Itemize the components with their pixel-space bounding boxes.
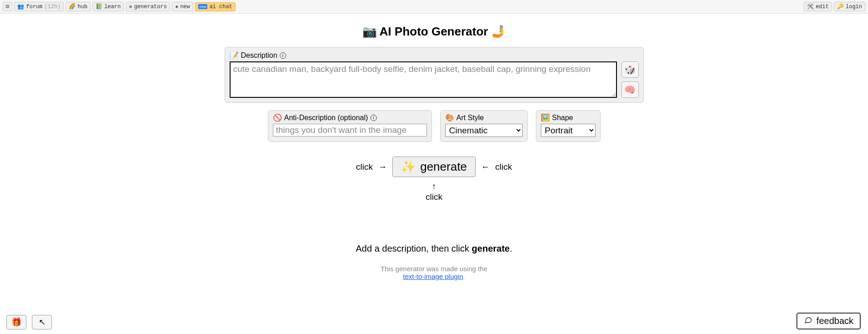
palette-icon: 🎨 [445,113,454,122]
memo-icon: 📝 [230,51,239,60]
arrow-right-icon: → [378,162,387,172]
click-hint-below: ↑ click [220,182,648,202]
generators-icon: ✲ [129,3,132,10]
selfie-icon: 🤳 [491,25,506,38]
options-row: 🚫 Anti-Description (optional) i 🎨 Art St… [220,110,648,142]
plus-icon: ✚ [175,3,178,10]
click-hint-right: click [495,162,512,172]
art-style-label: Art Style [457,114,484,122]
description-panel: 📝 Description i 🎲 🧠 [225,47,644,103]
nav-ai-chat-label: ai chat [209,4,232,10]
footnote-post: . [463,273,465,280]
rainbow-icon: 🌈 [69,3,76,10]
shape-panel: 🖼️ Shape Portrait [536,110,601,142]
no-entry-icon: 🚫 [273,113,282,122]
instruction-post: . [510,243,513,253]
book-icon: 📗 [96,3,103,10]
arrow-left-icon: ← [481,162,490,172]
anti-description-label: Anti-Description (optional) [284,114,368,122]
nav-perchance-logo[interactable]: ⊡ [3,2,12,11]
nav-login-label: login [846,4,862,10]
nav-edit-label: edit [816,4,829,10]
nav-new[interactable]: ✚ new [172,2,193,11]
description-input[interactable] [230,61,617,98]
nav-edit[interactable]: 🛠️ edit [804,2,832,11]
click-hint-left: click [356,162,373,172]
nav-login[interactable]: 🔑 login [834,2,865,11]
arrow-up-icon: ↑ [220,182,648,192]
people-icon: 👥 [17,3,24,10]
ai-suggest-button[interactable]: 🧠 [621,81,639,98]
dice-icon: 🎲 [624,64,636,75]
nav-hub-label: hub [77,4,87,10]
text-to-image-plugin-link[interactable]: text-to-image plugin [403,273,463,280]
instruction-bold: generate [472,243,509,253]
top-nav: ⊡ 👥 forum (12h) 🌈 hub 📗 learn ✲ generato… [0,0,868,14]
brain-icon: 🧠 [624,84,636,95]
camera-icon: 📷 [362,25,377,38]
generate-button-label: generate [420,160,467,174]
anti-description-panel: 🚫 Anti-Description (optional) i [268,110,432,142]
art-style-panel: 🎨 Art Style Cinematic [440,110,528,142]
anti-description-input[interactable] [273,124,427,137]
page-title: 📷 AI Photo Generator 🤳 [220,25,648,39]
shape-select[interactable]: Portrait [541,124,596,137]
nav-forum-time: (12h) [44,4,61,10]
nav-learn-label: learn [104,4,121,10]
generate-row: click → ✨ generate ← click [220,157,648,177]
nav-learn[interactable]: 📗 learn [92,2,124,11]
nav-forum-label: forum [26,4,42,10]
nav-hub[interactable]: 🌈 hub [66,2,91,11]
nav-generators-label: generators [134,4,167,10]
shape-label: Shape [552,114,573,122]
generate-button[interactable]: ✨ generate [392,157,476,177]
nav-generators[interactable]: ✲ generators [126,2,170,11]
description-label-row: 📝 Description i [230,51,639,60]
click-hint-bottom: click [220,192,648,202]
info-icon[interactable]: i [280,52,286,59]
sparkles-icon: ✨ [401,160,416,174]
random-dice-button[interactable]: 🎲 [621,61,639,78]
main-content: 📷 AI Photo Generator 🤳 📝 Description i 🎲… [216,14,653,299]
instruction-pre: Add a description, then click [356,243,472,253]
nav-new-label: new [180,4,190,10]
key-icon: 🔑 [837,3,844,10]
tools-icon: 🛠️ [807,3,814,10]
new-badge: new [198,4,207,9]
footnote: This generator was made using the text-t… [220,265,648,280]
art-style-select[interactable]: Cinematic [445,124,523,137]
perchance-icon: ⊡ [6,3,9,10]
info-icon[interactable]: i [370,115,377,121]
description-label: Description [241,51,277,60]
title-text: AI Photo Generator [380,25,488,38]
nav-ai-chat[interactable]: new ai chat [195,2,236,11]
picture-icon: 🖼️ [541,113,550,122]
nav-forum[interactable]: 👥 forum (12h) [14,2,64,11]
footnote-pre: This generator was made using the [380,265,487,273]
instruction-text: Add a description, then click generate. [220,243,648,254]
